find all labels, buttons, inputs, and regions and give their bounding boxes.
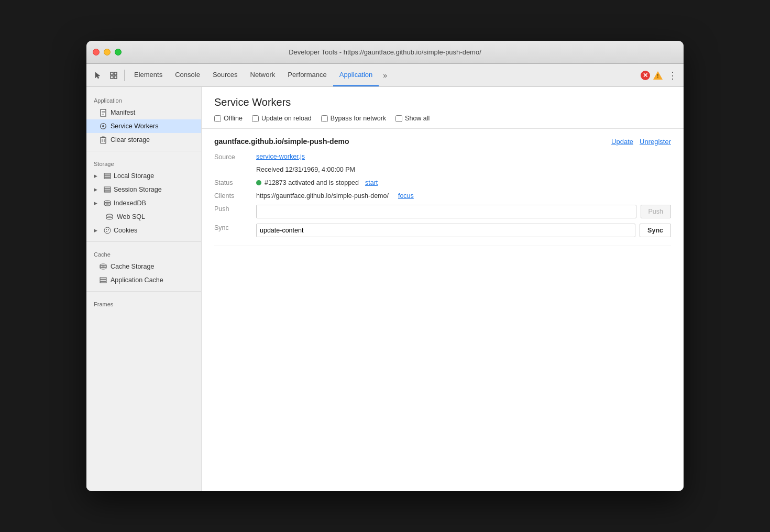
tab-console[interactable]: Console [169, 64, 206, 86]
source-value: service-worker.js [256, 153, 671, 161]
sw-domain-row: gauntface.github.io/simple-push-demo Upd… [214, 137, 671, 146]
svg-point-37 [106, 231, 107, 232]
manifest-icon [99, 108, 107, 117]
cache-storage-icon [99, 262, 107, 271]
options-row: Offline Update on reload Bypass for netw… [214, 115, 671, 122]
sidebar-item-app-cache[interactable]: Application Cache [86, 273, 201, 287]
toolbar-right: ✕ ! ⋮ [641, 70, 679, 81]
start-link[interactable]: start [365, 179, 378, 186]
toolbar: Elements Console Sources Network Perform… [86, 64, 684, 87]
svg-rect-19 [104, 173, 111, 175]
tab-performance[interactable]: Performance [281, 64, 333, 86]
warning-icon[interactable]: ! [653, 71, 663, 80]
svg-rect-14 [101, 138, 106, 143]
tab-navigation: Elements Console Sources Network Perform… [128, 64, 640, 86]
update-on-reload-checkbox[interactable] [252, 115, 259, 122]
sidebar-divider-storage [86, 151, 201, 151]
minimize-button[interactable] [104, 49, 111, 56]
svg-rect-0 [111, 72, 113, 75]
svg-point-33 [106, 217, 113, 219]
svg-rect-24 [104, 191, 111, 192]
received-label [214, 166, 256, 173]
received-value: Received 12/31/1969, 4:00:00 PM [256, 166, 671, 173]
local-storage-icon [103, 172, 112, 180]
devtools-window: Developer Tools - https://gauntface.gith… [86, 41, 684, 491]
svg-rect-20 [104, 175, 111, 177]
panel-header: Service Workers Offline Update on reload… [202, 87, 684, 129]
unregister-link[interactable]: Unregister [640, 138, 671, 146]
cursor-icon[interactable] [91, 68, 105, 83]
more-tabs-button[interactable]: » [379, 64, 391, 86]
push-input[interactable] [256, 205, 636, 218]
close-button[interactable] [93, 49, 100, 56]
panel-body: gauntface.github.io/simple-push-demo Upd… [202, 129, 684, 246]
sidebar-item-local-storage[interactable]: ▶ Local Storage [86, 169, 201, 183]
bypass-for-network-checkbox[interactable] [321, 115, 328, 122]
sw-domain: gauntface.github.io/simple-push-demo [214, 137, 349, 146]
push-label: Push [214, 205, 256, 218]
main-content: Application Manifest [86, 87, 684, 491]
window-controls [93, 49, 122, 56]
tab-elements[interactable]: Elements [128, 64, 169, 86]
status-text: #12873 activated and is stopped [265, 179, 359, 186]
sidebar-item-session-storage[interactable]: ▶ Session Storage [86, 183, 201, 196]
clients-label: Clients [214, 192, 256, 199]
sync-button[interactable]: Sync [640, 224, 671, 237]
sidebar-item-web-sql[interactable]: Web SQL [86, 210, 201, 224]
error-icon[interactable]: ✕ [641, 71, 650, 80]
more-menu-icon[interactable]: ⋮ [666, 70, 679, 81]
tab-sources[interactable]: Sources [206, 64, 244, 86]
title-bar: Developer Tools - https://gauntface.gith… [86, 41, 684, 64]
show-all-checkbox[interactable] [395, 115, 402, 122]
sidebar-divider-frames [86, 291, 201, 292]
maximize-button[interactable] [115, 49, 122, 56]
push-value: Push [256, 205, 671, 218]
focus-link[interactable]: focus [398, 192, 414, 199]
svg-rect-22 [104, 187, 111, 189]
svg-rect-45 [100, 282, 106, 283]
sync-input[interactable] [256, 224, 635, 237]
svg-point-35 [106, 229, 107, 230]
offline-checkbox[interactable] [214, 115, 221, 122]
session-storage-icon [103, 185, 112, 194]
web-sql-icon [105, 213, 114, 221]
svg-rect-43 [100, 278, 106, 279]
sidebar-item-manifest[interactable]: Manifest [86, 106, 201, 119]
sidebar-item-service-workers[interactable]: Service Workers [86, 119, 201, 133]
update-link[interactable]: Update [611, 138, 633, 146]
window-title: Developer Tools - https://gauntface.gith… [289, 48, 481, 56]
svg-rect-21 [104, 178, 111, 179]
inspect-icon[interactable] [106, 68, 121, 83]
source-link[interactable]: service-worker.js [256, 153, 305, 160]
tab-application[interactable]: Application [333, 64, 379, 86]
sync-label: Sync [214, 224, 256, 237]
svg-rect-2 [111, 76, 113, 79]
status-label: Status [214, 179, 256, 186]
status-dot [256, 180, 261, 185]
service-workers-icon [99, 122, 107, 130]
svg-point-34 [104, 227, 111, 234]
sidebar-item-cookies[interactable]: ▶ Cookies [86, 224, 201, 237]
sidebar-item-indexeddb[interactable]: ▶ IndexedDB [86, 196, 201, 210]
sidebar-cache-section-label: Cache [86, 246, 201, 260]
svg-point-9 [102, 125, 104, 127]
tab-network[interactable]: Network [244, 64, 282, 86]
sidebar-item-cache-storage[interactable]: Cache Storage [86, 260, 201, 273]
svg-rect-3 [114, 76, 117, 79]
local-storage-arrow: ▶ [94, 173, 99, 179]
offline-option[interactable]: Offline [214, 115, 243, 122]
app-cache-icon [99, 276, 107, 284]
svg-rect-44 [100, 280, 106, 281]
show-all-option[interactable]: Show all [395, 115, 430, 122]
cookies-icon [103, 226, 112, 235]
sidebar-storage-section-label: Storage [86, 156, 201, 169]
svg-rect-18 [102, 137, 105, 138]
sidebar-frames-section-label: Frames [86, 296, 201, 309]
bypass-for-network-option[interactable]: Bypass for network [321, 115, 386, 122]
clear-storage-icon [99, 136, 107, 144]
status-value: #12873 activated and is stopped start [256, 179, 671, 186]
toolbar-divider [124, 70, 125, 81]
push-button[interactable]: Push [641, 205, 672, 218]
update-on-reload-option[interactable]: Update on reload [252, 115, 312, 122]
sidebar-item-clear-storage[interactable]: Clear storage [86, 133, 201, 147]
